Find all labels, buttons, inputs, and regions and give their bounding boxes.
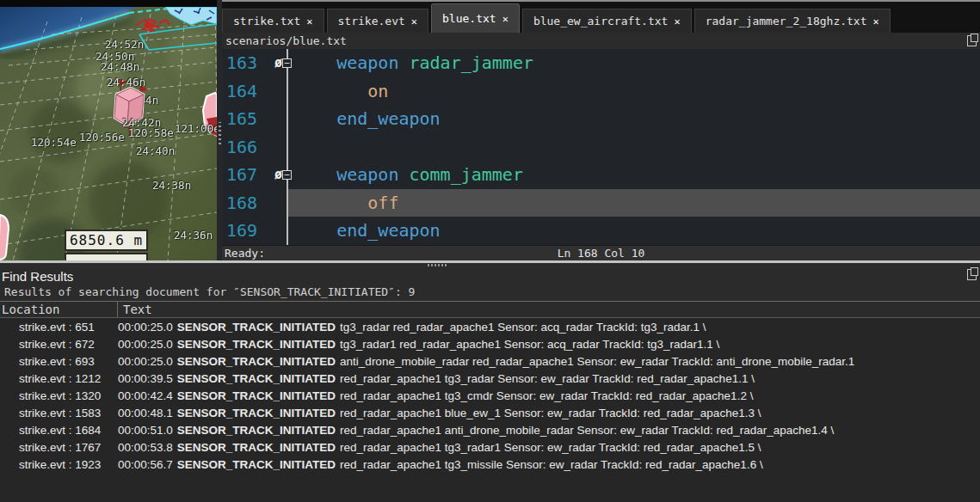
code-line[interactable]: 169 end_weapon (222, 217, 980, 245)
longitude-label: 121:00e (175, 122, 217, 135)
result-time: 00:00:53.8 (118, 441, 173, 454)
tab-strike-txt[interactable]: strike.txt✕ (222, 9, 324, 33)
fold-gutter[interactable] (270, 189, 288, 217)
tab-label: blue_ew_aircraft.txt (533, 15, 669, 28)
line-text[interactable]: end_weapon (288, 217, 980, 245)
code-token (295, 164, 336, 185)
document-icon[interactable] (967, 35, 977, 46)
unit-bottom-left[interactable] (0, 215, 9, 260)
longitude-label: 120:56e (79, 131, 125, 144)
close-icon[interactable]: ✕ (873, 15, 879, 28)
result-row[interactable]: strike.evt : 168400:00:51.0SENSOR_TRACK_… (0, 421, 980, 438)
close-icon[interactable]: ✕ (674, 15, 680, 28)
result-text[interactable]: 00:00:48.1SENSOR_TRACK_INITIATEDred_rada… (118, 407, 980, 419)
line-number[interactable]: 166 (222, 137, 270, 157)
fold-gutter[interactable] (270, 217, 288, 245)
result-row[interactable]: strike.evt : 69300:00:25.0SENSOR_TRACK_I… (0, 352, 980, 370)
code-editor[interactable]: 163ø− weapon radar_jammer164 on165 end_w… (222, 49, 980, 245)
result-text[interactable]: 00:00:42.4SENSOR_TRACK_INITIATEDred_rada… (118, 389, 980, 402)
code-token: radar_jammer (409, 52, 533, 73)
result-text[interactable]: 00:00:56.7SENSOR_TRACK_INITIATEDred_rada… (118, 458, 980, 471)
line-text[interactable]: on (288, 77, 980, 106)
tab-strike-evt[interactable]: strike.evt✕ (327, 9, 429, 33)
code-line[interactable]: 165 end_weapon (222, 105, 980, 133)
result-detail: anti_drone_mobile_radar red_radar_apache… (340, 355, 854, 368)
line-number[interactable]: 165 (222, 108, 270, 129)
close-icon[interactable]: ✕ (411, 15, 417, 28)
column-header-location[interactable]: Location (0, 302, 118, 317)
result-time: 00:00:25.0 (118, 321, 173, 334)
tab-blue-ew-aircraft-txt[interactable]: blue_ew_aircraft.txt✕ (522, 9, 692, 33)
result-location[interactable]: strike.evt : 1583 (0, 407, 118, 419)
hidden-region-icon[interactable]: ø (274, 168, 282, 181)
result-row[interactable]: strike.evt : 121200:00:39.5SENSOR_TRACK_… (0, 370, 980, 387)
current-line-text[interactable]: off (288, 189, 980, 217)
result-location[interactable]: strike.evt : 693 (0, 355, 118, 368)
code-token (295, 193, 367, 213)
code-token: end_weapon (336, 108, 440, 129)
result-location[interactable]: strike.evt : 672 (0, 338, 118, 351)
result-text[interactable]: 00:00:51.0SENSOR_TRACK_INITIATEDred_rada… (118, 424, 980, 437)
result-keyword: SENSOR_TRACK_INITIATED (177, 458, 336, 471)
code-line[interactable]: 167ø− weapon comm_jammer (222, 161, 980, 189)
result-row[interactable]: strike.evt : 192300:00:56.7SENSOR_TRACK_… (0, 456, 980, 473)
fold-gutter[interactable] (270, 105, 288, 133)
document-icon[interactable] (967, 269, 977, 280)
line-text[interactable]: end_weapon (288, 105, 980, 133)
splitter-grip-icon (428, 264, 448, 266)
column-header-text[interactable]: Text (118, 302, 152, 317)
file-path: scenarios/blue.txt (225, 34, 347, 47)
tab-radar-jammer-2-18ghz-txt[interactable]: radar_jammer_2_18ghz.txt✕ (694, 9, 891, 33)
result-text[interactable]: 00:00:25.0SENSOR_TRACK_INITIATEDanti_dro… (118, 355, 980, 368)
code-line[interactable]: 164 on (222, 77, 980, 106)
result-row[interactable]: strike.evt : 132000:00:42.4SENSOR_TRACK_… (0, 387, 980, 404)
fold-gutter[interactable]: ø− (270, 49, 288, 77)
code-line[interactable]: 168 off (222, 189, 980, 217)
code-line[interactable]: 166 (222, 133, 980, 162)
result-keyword: SENSOR_TRACK_INITIATED (177, 372, 336, 385)
result-detail: red_radar_apache1 blue_ew_1 Sensor: ew_r… (340, 407, 761, 419)
line-number[interactable]: 164 (222, 81, 270, 101)
fold-gutter[interactable]: ø− (270, 161, 288, 189)
result-location[interactable]: strike.evt : 1767 (0, 441, 118, 454)
result-text[interactable]: 00:00:25.0SENSOR_TRACK_INITIATEDtg3_rada… (118, 321, 980, 334)
results-rows: strike.evt : 65100:00:25.0SENSOR_TRACK_I… (0, 318, 980, 473)
result-text[interactable]: 00:00:39.5SENSOR_TRACK_INITIATEDred_rada… (118, 372, 980, 385)
result-text[interactable]: 00:00:25.0SENSOR_TRACK_INITIATEDtg3_rada… (118, 338, 980, 351)
result-location[interactable]: strike.evt : 1320 (0, 389, 118, 402)
result-detail: tg3_radar1 red_radar_apache1 Sensor: acq… (340, 338, 719, 351)
map-viewport[interactable]: 24:52n24:50n24:48n24:46n24:44n24:42n24:4… (0, 7, 217, 260)
result-keyword: SENSOR_TRACK_INITIATED (177, 424, 336, 437)
hidden-region-icon[interactable]: ø (274, 57, 282, 70)
fold-gutter[interactable] (270, 77, 288, 106)
result-location[interactable]: strike.evt : 651 (0, 321, 118, 334)
result-row[interactable]: strike.evt : 158300:00:48.1SENSOR_TRACK_… (0, 404, 980, 421)
line-number[interactable]: 163 (222, 52, 270, 73)
line-number[interactable]: 168 (222, 193, 270, 213)
code-line[interactable]: 163ø− weapon radar_jammer (222, 49, 980, 77)
line-number[interactable]: 169 (222, 220, 270, 241)
result-text[interactable]: 00:00:53.8SENSOR_TRACK_INITIATEDred_rada… (118, 441, 980, 454)
latitude-label: 24:40n (136, 144, 175, 157)
search-summary: Results of searching document for ″SENSO… (0, 285, 980, 301)
result-row[interactable]: strike.evt : 65100:00:25.0SENSOR_TRACK_I… (0, 318, 980, 335)
fold-gutter[interactable] (270, 133, 288, 162)
line-text[interactable]: weapon comm_jammer (288, 161, 980, 189)
editor-pane: strike.txt✕strike.evt✕blue.txt✕blue_ew_a… (222, 0, 980, 260)
close-icon[interactable]: ✕ (502, 13, 508, 25)
line-number[interactable]: 167 (222, 164, 270, 185)
code-token: end_weapon (336, 220, 440, 241)
close-icon[interactable]: ✕ (306, 15, 312, 28)
line-text[interactable]: weapon radar_jammer (288, 49, 980, 77)
result-row[interactable]: strike.evt : 67200:00:25.0SENSOR_TRACK_I… (0, 335, 980, 352)
result-row[interactable]: strike.evt : 176700:00:53.8SENSOR_TRACK_… (0, 438, 980, 456)
result-location[interactable]: strike.evt : 1923 (0, 458, 118, 471)
fold-collapse-icon[interactable]: − (282, 58, 292, 68)
tab-blue-txt[interactable]: blue.txt✕ (431, 3, 520, 33)
map-pane[interactable]: 24:52n24:50n24:48n24:46n24:44n24:42n24:4… (0, 0, 217, 260)
result-location[interactable]: strike.evt : 1684 (0, 424, 118, 437)
fold-collapse-icon[interactable]: − (282, 170, 292, 180)
result-location[interactable]: strike.evt : 1212 (0, 372, 118, 385)
result-keyword: SENSOR_TRACK_INITIATED (177, 321, 336, 334)
line-text[interactable] (288, 133, 980, 162)
